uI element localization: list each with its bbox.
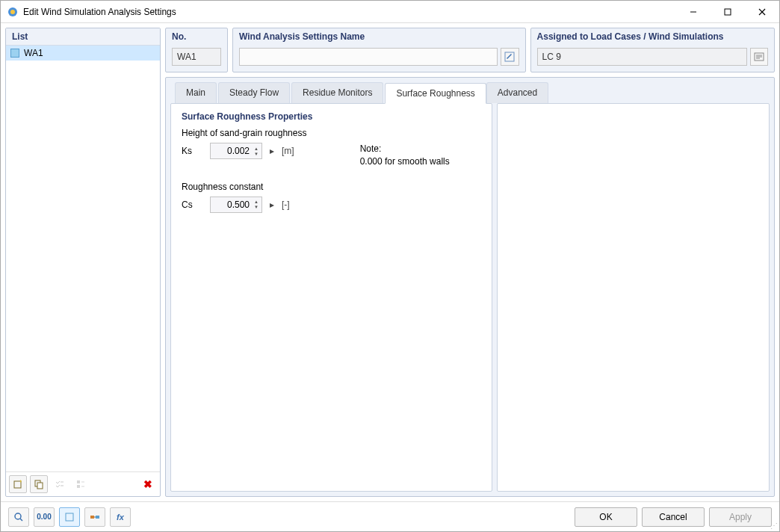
- link-button[interactable]: [84, 507, 105, 527]
- list-toolbar: ✖: [6, 471, 160, 496]
- app-icon: [7, 6, 19, 18]
- checklist-button: [51, 475, 69, 493]
- ks-input[interactable]: 0.002 ▲▼: [210, 143, 262, 159]
- svg-rect-22: [66, 513, 73, 521]
- svg-rect-11: [77, 480, 80, 483]
- assign-header: Assigned to Load Cases / Wind Simulation…: [531, 28, 774, 45]
- main-card: Main Steady Flow Residue Monitors Surfac…: [165, 77, 775, 497]
- delete-button[interactable]: ✖: [139, 475, 157, 493]
- assign-details-button[interactable]: [750, 48, 768, 66]
- box-button[interactable]: [59, 507, 80, 527]
- new-button[interactable]: [9, 475, 27, 493]
- cancel-button[interactable]: Cancel: [642, 507, 705, 527]
- section-title: Surface Roughness Properties: [182, 111, 481, 122]
- bottom-bar: 0.00 fx OK Cancel Apply: [1, 501, 779, 531]
- copy-button[interactable]: [30, 475, 48, 493]
- upper-area: List WA1: [1, 23, 779, 501]
- note-text: 0.000 for smooth walls: [360, 155, 450, 168]
- svg-point-20: [15, 513, 21, 519]
- properties-button: [72, 475, 90, 493]
- tab-advanced[interactable]: Advanced: [486, 82, 548, 103]
- roughness-label: Roughness constant: [182, 182, 481, 192]
- spinner-arrows-icon[interactable]: ▲▼: [253, 198, 260, 211]
- spinner-arrows-icon[interactable]: ▲▼: [253, 144, 260, 158]
- cs-step-button[interactable]: ▸: [267, 197, 277, 213]
- tab-surface-roughness[interactable]: Surface Roughness: [385, 83, 486, 104]
- list-item[interactable]: WA1: [6, 46, 160, 61]
- minimize-button[interactable]: [676, 1, 711, 23]
- list-item-icon: [10, 49, 19, 58]
- titlebar: Edit Wind Simulation Analysis Settings: [1, 1, 779, 23]
- cs-row: Cs 0.500 ▲▼ ▸ [-]: [182, 197, 481, 213]
- no-field[interactable]: [172, 48, 221, 66]
- list-header: List: [6, 28, 160, 46]
- no-panel: No.: [165, 28, 228, 72]
- svg-rect-13: [77, 485, 80, 488]
- cs-value: 0.500: [227, 200, 250, 210]
- no-header: No.: [166, 28, 227, 45]
- dialog-body: List WA1: [1, 23, 779, 531]
- tab-content: Surface Roughness Properties Height of s…: [166, 103, 774, 496]
- note-label: Note:: [360, 143, 450, 155]
- maximize-button[interactable]: [711, 1, 745, 23]
- svg-rect-8: [37, 483, 43, 489]
- ks-value: 0.002: [227, 146, 250, 156]
- assign-panel: Assigned to Load Cases / Wind Simulation…: [530, 28, 775, 72]
- resize-grip-icon[interactable]: ⋰: [770, 522, 778, 530]
- tab-residue-monitors[interactable]: Residue Monitors: [291, 82, 383, 103]
- ks-row: Ks 0.002 ▲▼ ▸ [m]: [182, 143, 294, 159]
- svg-rect-23: [90, 516, 94, 519]
- ks-unit: [m]: [282, 146, 294, 156]
- list-item-label: WA1: [24, 48, 43, 58]
- close-button[interactable]: [745, 1, 779, 23]
- ok-button[interactable]: OK: [575, 507, 637, 527]
- assign-field[interactable]: [537, 48, 748, 66]
- name-header: Wind Analysis Settings Name: [233, 28, 525, 45]
- content-right: [497, 103, 770, 492]
- header-row: No. Wind Analysis Settings Name: [165, 28, 775, 72]
- list-panel: List WA1: [5, 28, 161, 497]
- fx-button[interactable]: fx: [110, 507, 131, 527]
- cs-label: Cs: [182, 200, 205, 210]
- cs-unit: [-]: [282, 200, 290, 210]
- edit-name-button[interactable]: [501, 48, 519, 66]
- cs-input[interactable]: 0.500 ▲▼: [210, 197, 262, 213]
- svg-line-21: [20, 519, 22, 521]
- tab-steady-flow[interactable]: Steady Flow: [218, 82, 290, 103]
- height-label: Height of sand-grain roughness: [182, 128, 481, 138]
- tab-main[interactable]: Main: [175, 82, 217, 103]
- search-button[interactable]: [8, 507, 29, 527]
- decimal-button[interactable]: 0.00: [34, 507, 55, 527]
- tab-strip: Main Steady Flow Residue Monitors Surfac…: [166, 78, 774, 103]
- apply-button[interactable]: Apply: [709, 507, 772, 527]
- dialog-window: Edit Wind Simulation Analysis Settings L…: [0, 0, 780, 532]
- name-field[interactable]: [239, 48, 498, 66]
- content-left: Surface Roughness Properties Height of s…: [170, 103, 492, 492]
- window-title: Edit Wind Simulation Analysis Settings: [23, 7, 676, 17]
- svg-point-1: [10, 10, 15, 14]
- list-area[interactable]: WA1: [6, 46, 160, 471]
- svg-rect-24: [96, 516, 99, 519]
- ks-step-button[interactable]: ▸: [267, 143, 277, 159]
- right-panel: No. Wind Analysis Settings Name: [165, 28, 775, 497]
- svg-rect-6: [14, 481, 21, 488]
- svg-rect-3: [725, 9, 731, 15]
- ks-label: Ks: [182, 146, 205, 156]
- name-panel: Wind Analysis Settings Name: [232, 28, 526, 72]
- note-block: Note: 0.000 for smooth walls: [360, 143, 450, 168]
